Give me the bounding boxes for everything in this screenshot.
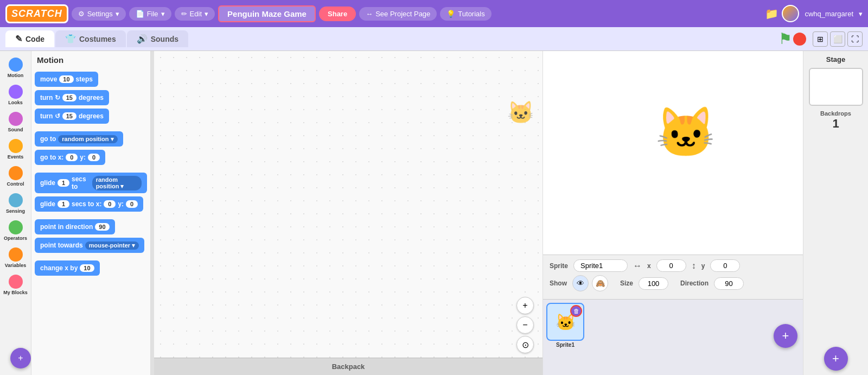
stage-panel: Stage Backdrops 1 + bbox=[803, 51, 868, 375]
backdrops-count: 1 bbox=[832, 117, 839, 131]
sidebar-item-motion[interactable]: Motion bbox=[2, 55, 30, 80]
x-label: x bbox=[647, 262, 651, 270]
looks-label: Looks bbox=[8, 100, 23, 105]
control-label: Control bbox=[7, 181, 24, 187]
stage-panel-title: Stage bbox=[826, 55, 845, 63]
point-towards-block[interactable]: point towards mouse-pointer ▾ bbox=[35, 238, 144, 253]
costume-tab-icon: 👕 bbox=[65, 34, 76, 44]
sidebar-item-control[interactable]: Control bbox=[2, 164, 30, 189]
file-menu[interactable]: 📄 File ▾ bbox=[129, 7, 171, 21]
show-label: Show bbox=[550, 279, 567, 287]
myblocks-label: My Blocks bbox=[3, 290, 28, 295]
tab-costumes[interactable]: 👕 Costumes bbox=[55, 30, 126, 47]
direction-label: Direction bbox=[680, 279, 709, 287]
block-categories: Motion Looks Sound Events Control Sensin… bbox=[0, 51, 31, 375]
x-coord-icon: ↔ bbox=[633, 261, 642, 271]
sidebar-item-sensing[interactable]: Sensing bbox=[2, 191, 30, 216]
myblocks-dot bbox=[9, 275, 23, 289]
user-avatar[interactable] bbox=[782, 5, 799, 22]
sprite-name-input[interactable] bbox=[573, 259, 628, 272]
sidebar-item-looks[interactable]: Looks bbox=[2, 82, 30, 107]
show-visible-button[interactable]: 👁 bbox=[572, 275, 589, 291]
sidebar-item-sound[interactable]: Sound bbox=[2, 110, 30, 135]
code-canvas: 🐱 bbox=[154, 51, 542, 375]
fullscreen-button[interactable]: ⛶ bbox=[847, 31, 863, 47]
sidebar-item-operators[interactable]: Operators bbox=[2, 218, 30, 243]
goto-xy-block[interactable]: go to x: 0 y: 0 bbox=[35, 150, 105, 165]
edit-menu[interactable]: ✏ Edit ▾ bbox=[175, 7, 215, 21]
sound-dot bbox=[9, 112, 23, 126]
size-input[interactable] bbox=[639, 277, 668, 290]
operators-dot bbox=[9, 220, 23, 234]
goto-block[interactable]: go to random position ▾ bbox=[35, 131, 123, 147]
sprite-info-row-1: Sprite ↔ x ↕ y bbox=[550, 259, 796, 272]
change-x-block[interactable]: change x by 10 bbox=[35, 260, 100, 276]
settings-menu[interactable]: ⚙ Settings ▾ bbox=[72, 7, 126, 21]
tutorials-button[interactable]: 💡 Tutorials bbox=[440, 7, 491, 21]
variables-label: Variables bbox=[5, 263, 27, 268]
zoom-in-button[interactable]: + bbox=[516, 297, 534, 314]
point-direction-block[interactable]: point in direction 90 bbox=[35, 219, 115, 234]
sensing-dot bbox=[9, 193, 23, 207]
sensing-label: Sensing bbox=[6, 208, 25, 214]
zoom-out-button[interactable]: − bbox=[516, 316, 534, 334]
events-label: Events bbox=[8, 154, 24, 160]
small-stage-button[interactable]: ⊞ bbox=[813, 31, 828, 47]
sprite-delete-button[interactable]: 🗑 bbox=[570, 305, 582, 317]
add-backdrop-button[interactable]: + bbox=[824, 347, 848, 371]
x-input[interactable] bbox=[656, 259, 686, 272]
share-button[interactable]: Share bbox=[319, 7, 356, 21]
user-area: cwhq_margaret ▾ bbox=[782, 5, 863, 22]
top-nav: SCRATCH ⚙ Settings ▾ 📄 File ▾ ✏ Edit ▾ S… bbox=[0, 0, 868, 27]
sprite-thumb-sprite1[interactable]: 🐱 🗑 bbox=[546, 303, 584, 341]
scratch-logo[interactable]: SCRATCH bbox=[5, 4, 68, 23]
tabs-bar: ✎ Code 👕 Costumes 🔊 Sounds ⚑ ⊞ ⬜ ⛶ bbox=[0, 27, 868, 51]
direction-input[interactable] bbox=[714, 277, 744, 290]
stage-sprite: 🐱 bbox=[655, 104, 716, 161]
green-flag-button[interactable]: ⚑ bbox=[778, 30, 792, 48]
glide-to-block[interactable]: glide 1 secs to random position ▾ bbox=[35, 173, 147, 193]
sidebar-item-events[interactable]: Events bbox=[2, 137, 30, 162]
stage-area: 🐱 bbox=[543, 51, 803, 255]
looks-dot bbox=[9, 85, 23, 99]
folder-icon[interactable]: 📁 bbox=[765, 7, 778, 20]
sound-label: Sound bbox=[8, 127, 23, 132]
tab-sounds[interactable]: 🔊 Sounds bbox=[127, 30, 188, 47]
backdrops-label: Backdrops bbox=[820, 110, 851, 117]
tab-code[interactable]: ✎ Code bbox=[5, 30, 54, 47]
glide-xy-block[interactable]: glide 1 secs to x: 0 y: 0 bbox=[35, 196, 143, 212]
backpack-bar[interactable]: Backpack bbox=[154, 358, 542, 375]
control-dot bbox=[9, 166, 23, 180]
add-sprite-button[interactable]: + bbox=[774, 324, 797, 348]
stop-button[interactable] bbox=[793, 33, 806, 46]
events-dot bbox=[9, 139, 23, 153]
main-layout: Motion Looks Sound Events Control Sensin… bbox=[0, 51, 868, 375]
move-steps-block[interactable]: move 10 steps bbox=[35, 72, 98, 87]
zoom-reset-button[interactable]: ⊙ bbox=[516, 336, 534, 353]
turn-right-block[interactable]: turn ↻ 15 degrees bbox=[35, 90, 109, 105]
extensions-button[interactable]: + bbox=[10, 348, 31, 368]
large-stage-button[interactable]: ⬜ bbox=[830, 31, 845, 47]
see-project-page-button[interactable]: ↔ See Project Page bbox=[359, 7, 437, 21]
sound-tab-icon: 🔊 bbox=[137, 34, 148, 44]
variables-dot bbox=[9, 247, 23, 262]
right-panel: 🐱 Sprite ↔ x ↕ y Show 👁 🙈 Size bbox=[542, 51, 803, 375]
sprite-thumb-name: Sprite1 bbox=[556, 342, 575, 348]
turn-left-block[interactable]: turn ↺ 15 degrees bbox=[35, 109, 109, 124]
blocks-panel: Motion move 10 steps turn ↻ 15 degrees t… bbox=[31, 51, 151, 375]
stage-thumbnail[interactable] bbox=[809, 68, 863, 106]
sidebar-item-myblocks[interactable]: My Blocks bbox=[2, 272, 30, 297]
sprite-thumbnails: 🐱 🗑 Sprite1 + bbox=[543, 299, 803, 375]
show-hidden-button[interactable]: 🙈 bbox=[592, 275, 608, 291]
motion-label: Motion bbox=[8, 73, 24, 78]
project-name-input[interactable] bbox=[218, 5, 316, 22]
code-tab-icon: ✎ bbox=[15, 34, 22, 44]
sidebar-item-variables[interactable]: Variables bbox=[2, 245, 30, 270]
code-area[interactable]: 🐱 + − ⊙ Backpack bbox=[154, 51, 542, 375]
sprite-info-row-2: Show 👁 🙈 Size Direction bbox=[550, 275, 796, 291]
show-controls: 👁 🙈 bbox=[572, 275, 608, 291]
sprite-info-bar: Sprite ↔ x ↕ y Show 👁 🙈 Size Direction bbox=[543, 255, 803, 299]
sprite-thumbnail-row: 🐱 🗑 Sprite1 bbox=[546, 303, 800, 348]
y-input[interactable] bbox=[710, 259, 740, 272]
username-label[interactable]: cwhq_margaret bbox=[805, 10, 853, 18]
